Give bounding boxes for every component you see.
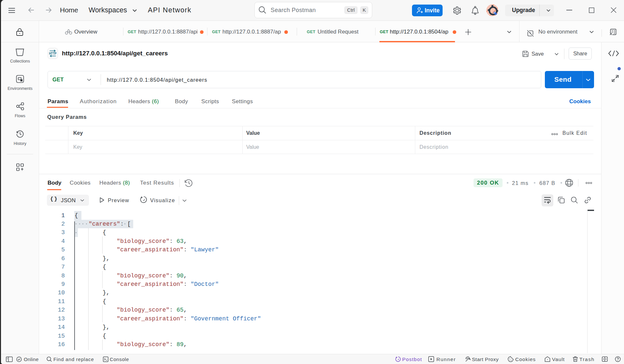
- svg-text:HTTP: HTTP: [49, 51, 57, 55]
